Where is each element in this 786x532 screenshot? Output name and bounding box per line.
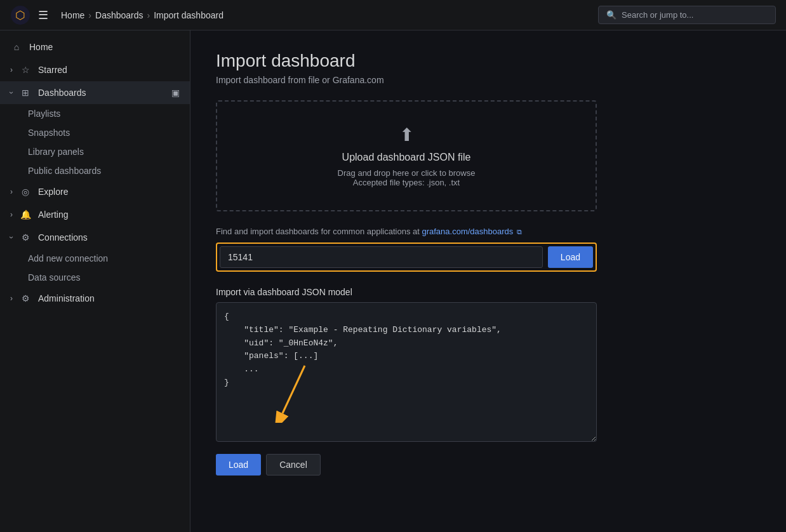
home-icon: ⌂ bbox=[10, 41, 23, 53]
sidebar: ⌂ Home › ☆ Starred › ⊞ Dashboards ▣ Play… bbox=[0, 30, 190, 532]
sidebar-starred-label: Starred bbox=[38, 65, 180, 75]
breadcrumb-dashboards[interactable]: Dashboards bbox=[95, 10, 143, 20]
sidebar-item-dashboards[interactable]: › ⊞ Dashboards ▣ bbox=[0, 81, 190, 104]
main-layout: ⌂ Home › ☆ Starred › ⊞ Dashboards ▣ Play… bbox=[0, 30, 786, 532]
gear-icon: ⚙ bbox=[19, 292, 32, 305]
sidebar-item-starred[interactable]: › ☆ Starred bbox=[0, 58, 190, 81]
sidebar-home-label: Home bbox=[29, 42, 180, 52]
sidebar-dashboards-label: Dashboards bbox=[38, 88, 165, 98]
search-bar[interactable]: 🔍 Search or jump to... bbox=[598, 6, 776, 24]
external-link-icon: ⧉ bbox=[517, 228, 522, 236]
explore-icon: ◎ bbox=[19, 185, 32, 198]
dashboards-sub-menu: Playlists Snapshots Library panels Publi… bbox=[0, 104, 190, 180]
breadcrumb-current: Import dashboard bbox=[154, 10, 223, 20]
sidebar-item-home[interactable]: ⌂ Home bbox=[0, 36, 190, 58]
alerting-chevron: › bbox=[10, 210, 13, 219]
load-button-bottom[interactable]: Load bbox=[216, 454, 261, 475]
topbar: ⬡ ☰ Home › Dashboards › Import dashboard… bbox=[0, 0, 786, 30]
starred-chevron: › bbox=[10, 65, 13, 74]
star-icon: ☆ bbox=[19, 63, 32, 76]
breadcrumb-sep-1: › bbox=[88, 10, 91, 20]
sidebar-alerting-label: Alerting bbox=[38, 209, 180, 220]
grafana-id-input-row: Load bbox=[216, 243, 597, 272]
sidebar-item-connections[interactable]: › ⚙ Connections bbox=[0, 226, 190, 249]
sidebar-item-data-sources[interactable]: Data sources bbox=[28, 268, 190, 287]
sidebar-explore-label: Explore bbox=[38, 187, 180, 197]
administration-chevron: › bbox=[10, 294, 13, 303]
svg-text:⬡: ⬡ bbox=[15, 9, 25, 22]
upload-title: Upload dashboard JSON file bbox=[232, 152, 580, 163]
sidebar-item-alerting[interactable]: › 🔔 Alerting bbox=[0, 203, 190, 226]
connections-icon: ⚙ bbox=[19, 231, 32, 244]
sidebar-item-playlists[interactable]: Playlists bbox=[28, 104, 190, 123]
sidebar-connections-label: Connections bbox=[38, 232, 180, 243]
main-content: Import dashboard Import dashboard from f… bbox=[190, 30, 786, 532]
page-title: Import dashboard bbox=[216, 51, 761, 71]
bell-icon: 🔔 bbox=[19, 208, 32, 221]
sidebar-item-administration[interactable]: › ⚙ Administration bbox=[0, 287, 190, 310]
grafana-id-input[interactable] bbox=[220, 246, 543, 268]
sidebar-item-library-panels[interactable]: Library panels bbox=[28, 142, 190, 161]
json-model-label: Import via dashboard JSON model bbox=[216, 287, 597, 297]
grafana-logo[interactable]: ⬡ bbox=[10, 5, 30, 25]
breadcrumb-sep-2: › bbox=[147, 10, 150, 20]
bottom-buttons: Load Cancel bbox=[216, 454, 597, 475]
sidebar-item-public-dashboards[interactable]: Public dashboards bbox=[28, 161, 190, 180]
dashboards-icon: ⊞ bbox=[19, 86, 32, 99]
search-icon: 🔍 bbox=[606, 10, 616, 20]
sidebar-administration-label: Administration bbox=[38, 293, 180, 303]
upload-icon: ⬆ bbox=[232, 124, 580, 145]
load-button-top[interactable]: Load bbox=[548, 246, 593, 268]
grafana-dashboards-link[interactable]: grafana.com/dashboards bbox=[422, 227, 513, 236]
import-find-text-static: Find and import dashboards for common ap… bbox=[216, 227, 422, 236]
upload-hint-line1: Drag and drop here or click to browse bbox=[232, 168, 580, 178]
page-subtitle: Import dashboard from file or Grafana.co… bbox=[216, 75, 761, 85]
connections-chevron: › bbox=[7, 236, 16, 239]
cancel-button[interactable]: Cancel bbox=[266, 454, 321, 475]
explore-chevron: › bbox=[10, 187, 13, 196]
breadcrumb-home[interactable]: Home bbox=[61, 10, 84, 20]
connections-sub-menu: Add new connection Data sources bbox=[0, 249, 190, 287]
sidebar-item-add-new-connection[interactable]: Add new connection bbox=[28, 249, 190, 268]
search-placeholder: Search or jump to... bbox=[622, 10, 693, 20]
sidebar-item-snapshots[interactable]: Snapshots bbox=[28, 123, 190, 142]
dashboards-chevron: › bbox=[7, 91, 16, 94]
upload-area[interactable]: ⬆ Upload dashboard JSON file Drag and dr… bbox=[216, 100, 597, 211]
sidebar-item-explore[interactable]: › ◎ Explore bbox=[0, 180, 190, 203]
import-find-text: Find and import dashboards for common ap… bbox=[216, 227, 597, 236]
breadcrumb: Home › Dashboards › Import dashboard bbox=[61, 10, 590, 20]
import-section: Find and import dashboards for common ap… bbox=[216, 227, 597, 475]
menu-icon[interactable]: ☰ bbox=[38, 8, 48, 22]
json-textarea-wrapper: { "title": "Example - Repeating Dictiona… bbox=[216, 302, 597, 444]
json-model-textarea[interactable]: { "title": "Example - Repeating Dictiona… bbox=[216, 302, 597, 442]
upload-hint-line2: Accepted file types: .json, .txt bbox=[232, 178, 580, 187]
panel-toggle-icon: ▣ bbox=[171, 88, 180, 98]
